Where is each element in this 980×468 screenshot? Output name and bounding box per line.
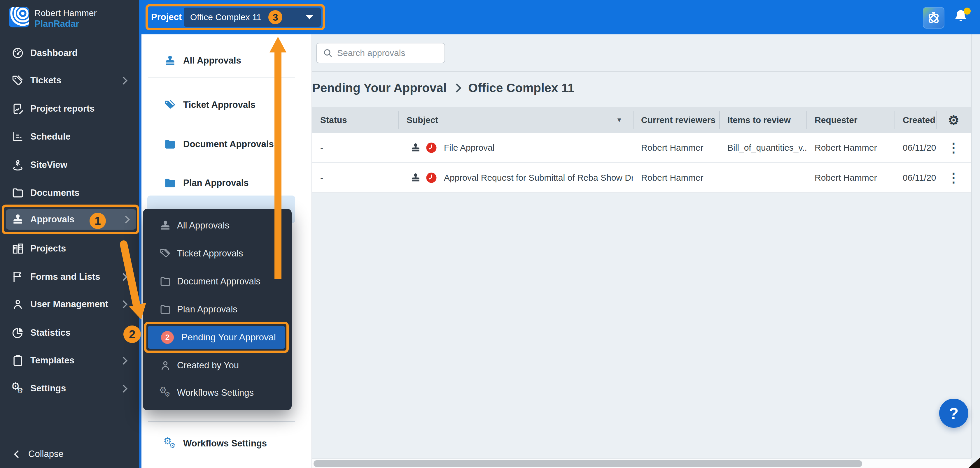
column-header-requester[interactable]: Requester — [807, 107, 894, 133]
panel-item-workflows-settings[interactable]: ⚙ ⚙ Workflows Settings — [142, 432, 305, 455]
kebab-icon: ⋮ — [947, 140, 960, 155]
sidebar-item-label: Documents — [30, 188, 80, 198]
folder-icon — [163, 138, 177, 151]
collapse-label: Collapse — [28, 449, 64, 459]
menu-item-workflows-settings[interactable]: ⚙ ⚙ Workflows Settings — [143, 380, 292, 406]
column-header-current-reviewers[interactable]: Current reviewers — [633, 107, 719, 133]
row-menu-button[interactable]: ⋮ — [936, 133, 971, 162]
sidebar-item-approvals[interactable]: Approvals — [6, 209, 136, 230]
chevron-right-icon — [119, 385, 127, 392]
sidebar-item-label: Schedule — [30, 132, 71, 142]
cell-current-reviewers: Robert Hammer — [633, 163, 719, 192]
help-label: ? — [949, 404, 959, 422]
gears-icon: ⚙ ⚙ — [11, 382, 24, 395]
cell-items-to-review — [719, 163, 807, 192]
content-divider — [312, 71, 971, 72]
chevron-left-icon — [14, 450, 22, 458]
horizontal-scrollbar-thumb[interactable] — [313, 460, 862, 467]
table-header: Status Subject ▼ Current reviewers Items… — [312, 107, 971, 133]
column-header-items-to-review[interactable]: Items to review — [719, 107, 807, 133]
search-icon — [323, 48, 333, 58]
panel-item-document-approvals[interactable]: Document Approvals — [142, 133, 305, 156]
notifications-button[interactable] — [951, 7, 972, 28]
pending-count-badge: 2 — [161, 331, 174, 344]
menu-item-document-approvals[interactable]: Document Approvals — [143, 269, 292, 294]
sidebar-item-project-reports[interactable]: Project reports — [0, 95, 139, 123]
app-header: Project Office Complex 11 — [0, 0, 980, 34]
siteview-icon — [11, 158, 24, 171]
sidebar-item-documents[interactable]: Documents — [0, 179, 139, 207]
panel-item-plan-approvals[interactable]: Plan Approvals — [142, 171, 305, 195]
table-settings-button[interactable]: ⚙ — [936, 107, 971, 133]
planradar-logo — [9, 7, 29, 27]
subject-text[interactable]: Approval Request for Submittal of Reba S… — [444, 173, 633, 183]
connect-apps-button[interactable] — [923, 7, 944, 29]
project-selector[interactable]: Office Complex 11 — [184, 8, 321, 27]
step-number: 3 — [273, 12, 278, 23]
sidebar-item-user-management[interactable]: User Management — [0, 290, 139, 318]
tags-icon — [163, 98, 177, 112]
sort-caret-icon[interactable]: ▼ — [616, 116, 622, 124]
vertical-scrollbar-gutter[interactable] — [971, 34, 980, 458]
stamp-icon — [11, 213, 24, 226]
column-header-created-on[interactable]: Created on — [894, 107, 936, 133]
panel-item-ticket-approvals[interactable]: Ticket Approvals — [142, 93, 305, 117]
table-row[interactable]: - Approval Request for Submittal of Reba… — [312, 163, 971, 193]
row-menu-button[interactable]: ⋮ — [936, 163, 971, 192]
dashboard-icon — [11, 46, 24, 60]
cell-current-reviewers: Robert Hammer — [633, 133, 719, 162]
sidebar-item-label: User Management — [30, 299, 108, 309]
sidebar-collapse-button[interactable]: Collapse — [0, 440, 139, 468]
report-icon — [11, 102, 24, 116]
tag-icon — [11, 74, 24, 87]
sidebar-item-dashboard[interactable]: Dashboard — [0, 39, 139, 67]
menu-item-pending-your-approval[interactable]: 2 Pending Your Approval — [148, 326, 285, 349]
menu-item-plan-approvals[interactable]: Plan Approvals — [143, 297, 292, 322]
panel-item-all-approvals[interactable]: All Approvals — [142, 49, 305, 72]
sidebar-item-projects[interactable]: Projects — [0, 235, 139, 263]
table-row[interactable]: - File Approval Robert Hammer Bill_of_qu… — [312, 133, 971, 163]
folder-icon — [163, 176, 177, 190]
chevron-right-icon — [119, 357, 127, 365]
notification-dot — [964, 8, 970, 14]
sidebar-item-settings[interactable]: ⚙ ⚙ Settings — [0, 374, 139, 403]
sidebar-item-siteview[interactable]: SiteView — [0, 151, 139, 179]
sidebar-item-templates[interactable]: Templates — [0, 346, 139, 374]
menu-item-label: All Approvals — [177, 220, 229, 231]
chevron-right-icon — [119, 273, 127, 281]
buildings-icon — [11, 242, 24, 255]
column-header-subject[interactable]: Subject ▼ — [398, 107, 633, 133]
panel-item-label: All Approvals — [183, 56, 241, 66]
search-input[interactable]: Search approvals — [316, 43, 445, 63]
sidebar-item-tickets[interactable]: Tickets — [0, 67, 139, 94]
horizontal-scrollbar[interactable] — [312, 458, 971, 468]
gears-icon: ⚙ ⚙ — [163, 437, 177, 450]
main-sidebar: Robert Hammer PlanRadar Dashboard Ticket… — [0, 0, 139, 468]
project-selector-value: Office Complex 11 — [190, 12, 261, 22]
sidebar-item-schedule[interactable]: Schedule — [0, 123, 139, 151]
help-button[interactable]: ? — [939, 399, 968, 428]
clipboard-icon — [11, 354, 24, 367]
sidebar-edge-accent — [139, 34, 142, 468]
sidebar-item-forms-and-lists[interactable]: Forms and Lists — [0, 263, 139, 291]
chevron-right-icon — [119, 300, 127, 308]
menu-item-all-approvals[interactable]: All Approvals — [143, 213, 292, 238]
column-header-status[interactable]: Status — [312, 107, 398, 133]
subject-text[interactable]: File Approval — [444, 143, 495, 153]
step-number: 2 — [129, 328, 135, 341]
folder-icon — [159, 303, 172, 316]
sidebar-item-label: Approvals — [30, 214, 75, 225]
approvals-flyout-menu: All Approvals Ticket Approvals Document … — [143, 209, 292, 410]
user-name: Robert Hammer — [34, 8, 97, 18]
sidebar-item-label: Templates — [30, 355, 75, 366]
chevron-right-icon — [122, 216, 130, 224]
overdue-clock-icon — [425, 171, 438, 184]
panel-item-label: Document Approvals — [183, 139, 274, 149]
menu-item-ticket-approvals[interactable]: Ticket Approvals — [143, 241, 292, 267]
cell-status: - — [312, 133, 398, 162]
menu-item-created-by-you[interactable]: Created by You — [143, 352, 292, 378]
breadcrumb-section: Pending Your Approval — [312, 81, 447, 95]
sidebar-item-statistics[interactable]: Statistics — [0, 319, 139, 347]
sidebar-item-label: Project reports — [30, 103, 95, 114]
annotation-step-3: 3 — [268, 10, 282, 24]
